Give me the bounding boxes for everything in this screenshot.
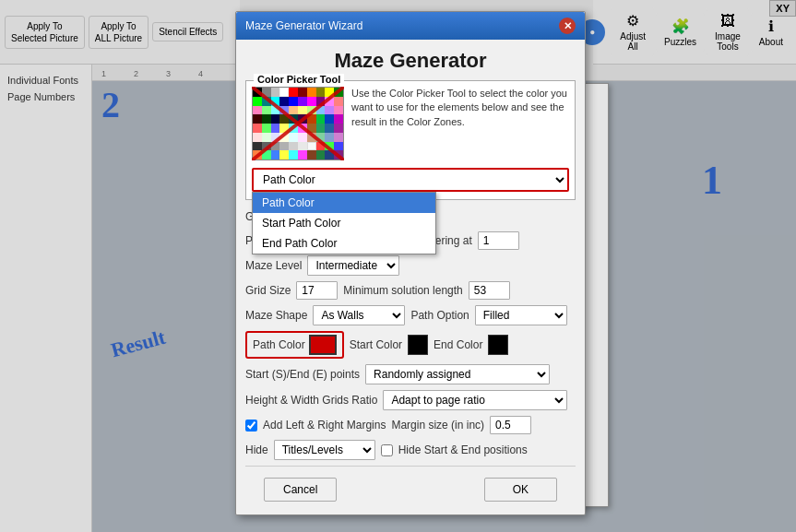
palette-cell[interactable] <box>289 114 298 124</box>
palette-cell[interactable] <box>325 142 334 151</box>
palette-cell[interactable] <box>262 88 271 97</box>
hide-start-end-checkbox[interactable] <box>381 444 393 456</box>
palette-cell[interactable] <box>334 133 343 142</box>
palette-cell[interactable] <box>307 150 316 160</box>
path-color-swatch[interactable] <box>309 335 337 355</box>
palette-cell[interactable] <box>289 142 298 151</box>
palette-cell[interactable] <box>271 97 280 106</box>
min-solution-input[interactable] <box>469 281 510 300</box>
palette-cell[interactable] <box>271 142 280 151</box>
maze-level-select[interactable]: Beginner Intermediate Advanced Expert <box>307 255 399 276</box>
palette-cell[interactable] <box>307 133 316 142</box>
palette-cell[interactable] <box>262 142 271 151</box>
popup-item-path-color[interactable]: Path Color <box>253 193 435 213</box>
palette-cell[interactable] <box>271 106 280 115</box>
palette-cell[interactable] <box>271 124 280 133</box>
popup-item-start-path[interactable]: Start Path Color <box>253 213 435 233</box>
palette-cell[interactable] <box>279 114 289 124</box>
palette-cell[interactable] <box>298 114 307 124</box>
palette-cell[interactable] <box>279 97 289 106</box>
palette-cell[interactable] <box>334 124 343 133</box>
palette-cell[interactable] <box>298 124 307 133</box>
palette-cell[interactable] <box>253 150 262 160</box>
palette-cell[interactable] <box>298 133 307 142</box>
palette-cell[interactable] <box>298 97 307 106</box>
color-zone-select[interactable]: Path Color Start Path Color End Path Col… <box>252 168 569 192</box>
palette-cell[interactable] <box>316 114 326 124</box>
maze-shape-select[interactable]: As Walls As Paths Circular <box>313 305 405 325</box>
palette-cell[interactable] <box>253 114 262 124</box>
palette-cell[interactable] <box>289 88 298 97</box>
start-end-select[interactable]: Randomly assigned Manually assigned Fixe… <box>365 364 550 384</box>
palette-cell[interactable] <box>298 142 307 151</box>
end-color-swatch[interactable] <box>488 335 508 355</box>
palette-cell[interactable] <box>334 106 343 115</box>
palette-cell[interactable] <box>253 124 262 133</box>
cancel-button[interactable]: Cancel <box>264 478 337 502</box>
popup-item-end-path[interactable]: End Path Color <box>253 233 435 254</box>
palette-cell[interactable] <box>325 97 334 106</box>
palette-cell[interactable] <box>289 97 298 106</box>
palette-cell[interactable] <box>325 124 334 133</box>
palette-cell[interactable] <box>271 150 280 160</box>
palette-cell[interactable] <box>325 106 334 115</box>
hw-ratio-select[interactable]: Adapt to page ratio Square Custom <box>383 390 567 410</box>
palette-cell[interactable] <box>325 150 334 160</box>
palette-cell[interactable] <box>289 133 298 142</box>
palette-cell[interactable] <box>253 88 262 97</box>
palette-cell[interactable] <box>253 106 262 115</box>
palette-cell[interactable] <box>307 106 316 115</box>
palette-cell[interactable] <box>307 124 316 133</box>
palette-cell[interactable] <box>262 106 271 115</box>
palette-cell[interactable] <box>316 97 326 106</box>
path-option-select[interactable]: Filled Hollow Dotted <box>475 305 567 325</box>
palette-cell[interactable] <box>289 124 298 133</box>
palette-cell[interactable] <box>279 150 289 160</box>
palette-cell[interactable] <box>316 124 326 133</box>
palette-cell[interactable] <box>334 88 343 97</box>
palette-cell[interactable] <box>253 97 262 106</box>
margin-size-input[interactable] <box>490 416 531 434</box>
palette-cell[interactable] <box>307 88 316 97</box>
palette-cell[interactable] <box>271 114 280 124</box>
palette-cell[interactable] <box>325 88 334 97</box>
palette-cell[interactable] <box>325 133 334 142</box>
add-margins-checkbox[interactable] <box>245 420 257 432</box>
palette-cell[interactable] <box>316 133 326 142</box>
hide-select[interactable]: Titles/Levels None All <box>274 440 375 460</box>
palette-cell[interactable] <box>262 124 271 133</box>
modal-close-button[interactable]: ✕ <box>559 18 576 34</box>
palette-cell[interactable] <box>334 150 343 160</box>
start-color-swatch[interactable] <box>408 335 428 355</box>
color-palette-wrapper[interactable] <box>252 87 344 160</box>
palette-cell[interactable] <box>316 106 326 115</box>
palette-cell[interactable] <box>334 97 343 106</box>
palette-cell[interactable] <box>316 150 326 160</box>
palette-cell[interactable] <box>289 150 298 160</box>
palette-cell[interactable] <box>279 88 289 97</box>
palette-cell[interactable] <box>307 114 316 124</box>
ok-button[interactable]: OK <box>484 478 557 502</box>
palette-cell[interactable] <box>279 106 289 115</box>
palette-cell[interactable] <box>279 133 289 142</box>
palette-cell[interactable] <box>298 106 307 115</box>
grid-size-input[interactable] <box>296 281 338 300</box>
palette-cell[interactable] <box>253 142 262 151</box>
palette-cell[interactable] <box>271 133 280 142</box>
palette-cell[interactable] <box>298 88 307 97</box>
palette-cell[interactable] <box>279 124 289 133</box>
palette-cell[interactable] <box>316 142 326 151</box>
palette-cell[interactable] <box>334 114 343 124</box>
palette-cell[interactable] <box>262 114 271 124</box>
color-palette-grid[interactable] <box>252 87 344 160</box>
palette-cell[interactable] <box>279 142 289 151</box>
palette-cell[interactable] <box>253 133 262 142</box>
palette-cell[interactable] <box>307 97 316 106</box>
palette-cell[interactable] <box>307 142 316 151</box>
palette-cell[interactable] <box>325 114 334 124</box>
palette-cell[interactable] <box>334 142 343 151</box>
palette-cell[interactable] <box>289 106 298 115</box>
palette-cell[interactable] <box>262 133 271 142</box>
palette-cell[interactable] <box>298 150 307 160</box>
palette-cell[interactable] <box>316 88 326 97</box>
